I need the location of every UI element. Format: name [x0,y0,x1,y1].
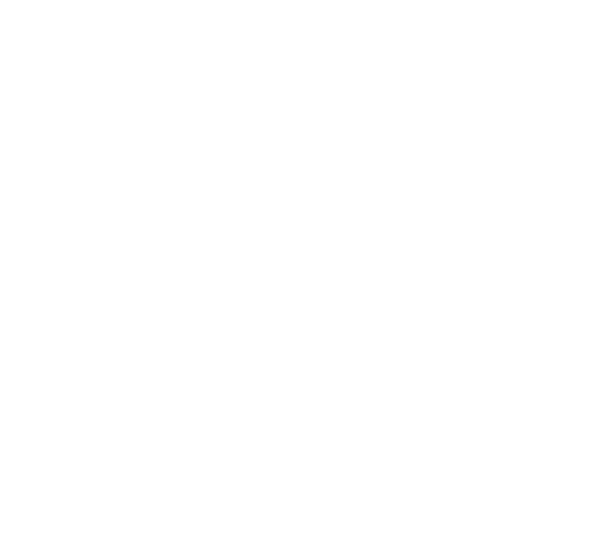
price-chart-canvas[interactable] [0,0,600,550]
trading-chart-window [0,0,600,550]
level-price-badge [557,0,600,7]
